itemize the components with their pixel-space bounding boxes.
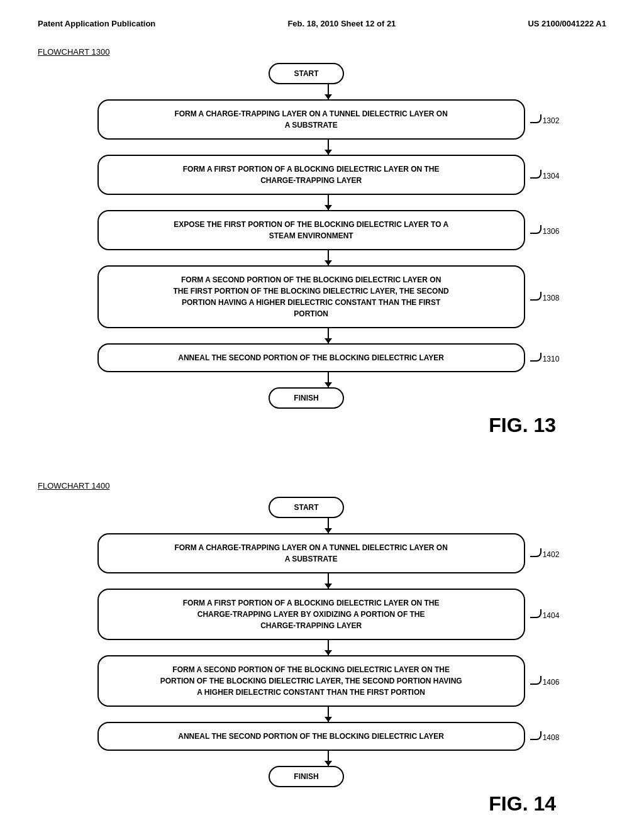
- step-row-1302: FORM A CHARGE-TRAPPING LAYER ON A TUNNEL…: [50, 99, 606, 140]
- curve-icon-1306: [530, 225, 541, 234]
- step-1402-num: 1402: [525, 548, 560, 559]
- start-node-1300: START: [269, 63, 344, 84]
- step-1308-text: FORM A SECOND PORTION OF THE BLOCKING DI…: [174, 275, 449, 318]
- arrow-1400-0: [328, 518, 329, 533]
- arrow-1300-3: [328, 250, 329, 265]
- flowchart-1300-container: START FORM A CHARGE-TRAPPING LAYER ON A …: [38, 63, 606, 437]
- step-1406-num: 1406: [525, 676, 560, 687]
- curve-icon-1308: [530, 292, 541, 301]
- header-middle: Feb. 18, 2010 Sheet 12 of 21: [287, 19, 396, 28]
- page: Patent Application Publication Feb. 18, …: [0, 0, 644, 830]
- fig-13-row: FIG. 13: [50, 414, 606, 437]
- flowchart-1400-container: START FORM A CHARGE-TRAPPING LAYER ON A …: [38, 497, 606, 816]
- header-left: Patent Application Publication: [38, 19, 155, 28]
- step-1402-text: FORM A CHARGE-TRAPPING LAYER ON A TUNNEL…: [174, 543, 447, 563]
- fig-14-label: FIG. 14: [489, 792, 556, 816]
- arrow-1300-1: [328, 140, 329, 155]
- step-1406-box: FORM A SECOND PORTION OF THE BLOCKING DI…: [97, 655, 525, 707]
- step-1404-box: FORM A FIRST PORTION OF A BLOCKING DIELE…: [97, 589, 525, 640]
- finish-node-1400: FINISH: [269, 766, 344, 787]
- step-1304-box: FORM A FIRST PORTION OF A BLOCKING DIELE…: [97, 155, 525, 195]
- step-1402-box: FORM A CHARGE-TRAPPING LAYER ON A TUNNEL…: [97, 533, 525, 573]
- fig-14-row: FIG. 14: [50, 792, 606, 816]
- step-row-1402: FORM A CHARGE-TRAPPING LAYER ON A TUNNEL…: [50, 533, 606, 573]
- step-row-1308: FORM A SECOND PORTION OF THE BLOCKING DI…: [50, 265, 606, 328]
- section-divider: [38, 462, 606, 481]
- flowchart-1400: FLOWCHART 1400 START FORM A CHARGE-TRAPP…: [38, 481, 606, 816]
- arrow-1400-4: [328, 751, 329, 766]
- arrow-1300-2: [328, 195, 329, 210]
- curve-icon-1402: [530, 548, 541, 557]
- start-row-1300: START: [50, 63, 606, 84]
- flowchart-1400-label: FLOWCHART 1400: [38, 481, 109, 490]
- arrow-1400-2: [328, 640, 329, 655]
- step-row-1306: EXPOSE THE FIRST PORTION OF THE BLOCKING…: [50, 210, 606, 250]
- step-row-1404: FORM A FIRST PORTION OF A BLOCKING DIELE…: [50, 589, 606, 640]
- finish-row-1300: FINISH: [50, 387, 606, 409]
- step-1406-text: FORM A SECOND PORTION OF THE BLOCKING DI…: [160, 665, 462, 697]
- finish-row-1400: FINISH: [50, 766, 606, 787]
- arrow-1400-1: [328, 573, 329, 589]
- step-1308-box: FORM A SECOND PORTION OF THE BLOCKING DI…: [97, 265, 525, 328]
- step-1308-num: 1308: [525, 292, 560, 302]
- curve-icon-1406: [530, 676, 541, 685]
- curve-icon-1302: [530, 114, 541, 123]
- flowchart-1300-label: FLOWCHART 1300: [38, 47, 109, 57]
- curve-icon-1304: [530, 170, 541, 179]
- start-row-1400: START: [50, 497, 606, 518]
- page-header: Patent Application Publication Feb. 18, …: [38, 19, 606, 28]
- step-1302-num: 1302: [525, 114, 560, 125]
- flowchart-1300: FLOWCHART 1300 START FORM A CHARGE-TRAPP…: [38, 47, 606, 437]
- step-row-1408: ANNEAL THE SECOND PORTION OF THE BLOCKIN…: [50, 722, 606, 751]
- step-1408-num: 1408: [525, 731, 560, 742]
- step-row-1310: ANNEAL THE SECOND PORTION OF THE BLOCKIN…: [50, 343, 606, 372]
- arrow-1300-0: [328, 84, 329, 99]
- step-1310-box: ANNEAL THE SECOND PORTION OF THE BLOCKIN…: [97, 343, 525, 372]
- fig-13-label: FIG. 13: [489, 414, 556, 437]
- step-1306-num: 1306: [525, 225, 560, 236]
- header-right: US 2100/0041222 A1: [528, 19, 606, 28]
- step-1310-num: 1310: [525, 353, 560, 363]
- step-row-1304: FORM A FIRST PORTION OF A BLOCKING DIELE…: [50, 155, 606, 195]
- step-1408-box: ANNEAL THE SECOND PORTION OF THE BLOCKIN…: [97, 722, 525, 751]
- step-1306-text: EXPOSE THE FIRST PORTION OF THE BLOCKING…: [174, 220, 448, 240]
- step-row-1406: FORM A SECOND PORTION OF THE BLOCKING DI…: [50, 655, 606, 707]
- finish-node-1300: FINISH: [269, 387, 344, 409]
- step-1302-box: FORM A CHARGE-TRAPPING LAYER ON A TUNNEL…: [97, 99, 525, 140]
- step-1408-text: ANNEAL THE SECOND PORTION OF THE BLOCKIN…: [178, 732, 444, 741]
- arrow-1400-3: [328, 707, 329, 722]
- step-1310-text: ANNEAL THE SECOND PORTION OF THE BLOCKIN…: [178, 353, 444, 362]
- step-1306-box: EXPOSE THE FIRST PORTION OF THE BLOCKING…: [97, 210, 525, 250]
- arrow-1300-4: [328, 328, 329, 343]
- curve-icon-1404: [530, 609, 541, 618]
- step-1304-num: 1304: [525, 170, 560, 180]
- curve-icon-1310: [530, 353, 541, 362]
- step-1404-text: FORM A FIRST PORTION OF A BLOCKING DIELE…: [183, 599, 440, 630]
- step-1302-text: FORM A CHARGE-TRAPPING LAYER ON A TUNNEL…: [174, 109, 447, 130]
- arrow-1300-5: [328, 372, 329, 387]
- step-1404-num: 1404: [525, 609, 560, 620]
- start-node-1400: START: [269, 497, 344, 518]
- step-1304-text: FORM A FIRST PORTION OF A BLOCKING DIELE…: [183, 165, 440, 185]
- curve-icon-1408: [530, 731, 541, 740]
